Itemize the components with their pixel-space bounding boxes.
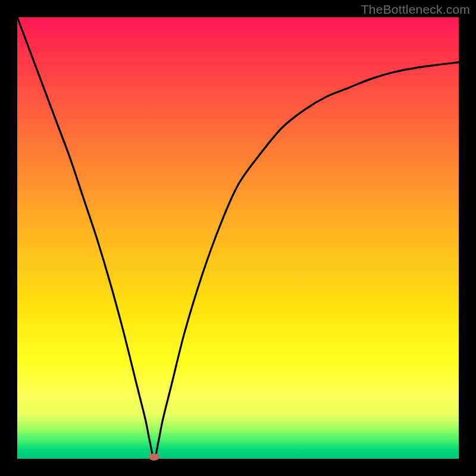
chart-frame: TheBottleneck.com — [0, 0, 476, 476]
curve-path — [17, 17, 459, 459]
plot-area — [17, 17, 459, 459]
bottleneck-curve — [17, 17, 459, 459]
watermark-text: TheBottleneck.com — [361, 2, 470, 17]
minimum-marker — [149, 453, 159, 461]
